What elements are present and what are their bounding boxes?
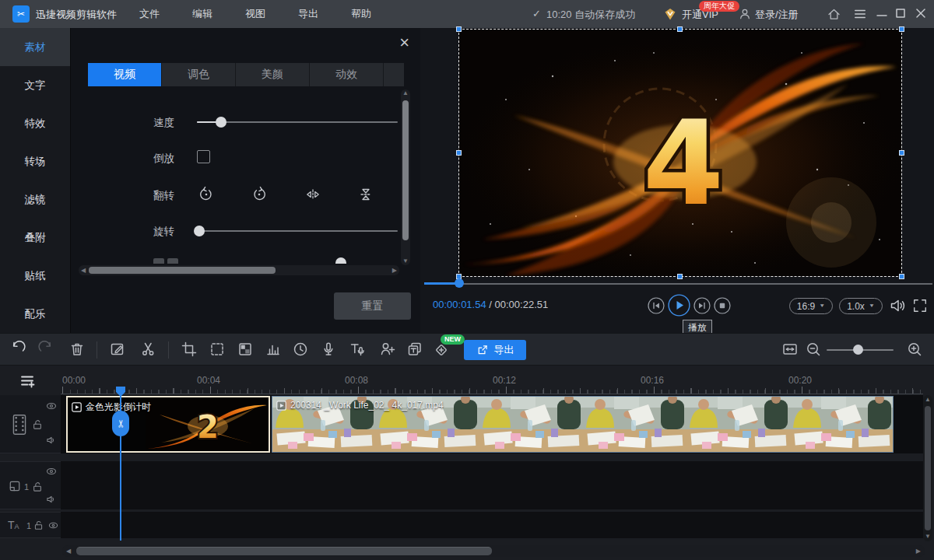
aspect-ratio-select[interactable]: 16:9 ▼	[789, 298, 833, 314]
beat-detect-icon[interactable]	[265, 341, 282, 358]
speed-slider-handle[interactable]	[216, 117, 226, 128]
scroll-left-icon[interactable]: ◀	[81, 268, 86, 274]
tab-motion[interactable]: 动效	[310, 63, 384, 86]
selection-handle-nw[interactable]	[456, 26, 462, 32]
crop-icon[interactable]	[181, 341, 198, 358]
scroll-left-icon[interactable]: ◀	[66, 548, 71, 555]
playhead-split-button[interactable]: ✂	[112, 411, 129, 436]
menu-help[interactable]: 帮助	[335, 7, 388, 21]
eye-icon[interactable]	[45, 400, 58, 412]
redo-icon[interactable]	[37, 341, 54, 358]
selection-handle-n[interactable]	[677, 26, 683, 32]
tab-color[interactable]: 调色	[162, 63, 236, 86]
rotate-slider[interactable]	[197, 230, 398, 232]
playback-speed-select[interactable]: 1.0x ▼	[839, 298, 883, 314]
lock-icon[interactable]	[31, 481, 44, 493]
scroll-right-icon[interactable]: ▶	[392, 268, 397, 274]
rotate-ccw-button[interactable]	[198, 186, 215, 203]
timeline-horizontal-scrollbar[interactable]: ◀ ▶	[62, 545, 925, 557]
lock-icon[interactable]	[33, 520, 44, 531]
undo-icon[interactable]	[9, 341, 26, 358]
sidebar-item-transitions[interactable]: 转场	[0, 142, 70, 180]
main-menu-icon[interactable]	[853, 8, 867, 20]
text-to-speech-icon[interactable]	[349, 341, 366, 358]
sidebar-item-text[interactable]: 文字	[0, 66, 70, 104]
split-scissors-icon[interactable]	[140, 341, 157, 358]
record-voice-icon[interactable]	[320, 341, 337, 358]
zoom-in-icon[interactable]	[906, 341, 923, 358]
rotate-cw-button[interactable]	[251, 186, 268, 203]
delete-icon[interactable]	[68, 341, 86, 358]
reset-button[interactable]: 重置	[334, 292, 411, 320]
scroll-down-icon[interactable]: ▼	[402, 258, 409, 264]
menu-export[interactable]: 导出	[282, 7, 335, 21]
login-button[interactable]: 登录/注册	[755, 8, 799, 22]
rotate-slider-handle[interactable]	[194, 226, 205, 236]
menu-file[interactable]: 文件	[123, 7, 176, 21]
timeline-ruler[interactable]	[62, 387, 923, 394]
speed-slider[interactable]	[197, 121, 398, 123]
lock-icon[interactable]	[31, 418, 44, 431]
tab-video[interactable]: 视频	[88, 63, 162, 86]
minimize-button[interactable]	[876, 9, 887, 19]
selection-handle-e[interactable]	[899, 150, 904, 156]
mosaic-icon[interactable]	[237, 341, 254, 358]
voice-changer-icon[interactable]	[379, 341, 396, 358]
timeline-zoom-slider[interactable]	[827, 349, 894, 351]
timeline-vertical-scrollbar[interactable]: ▲ ▼	[923, 395, 932, 541]
sidebar-item-music[interactable]: 配乐	[0, 295, 70, 333]
selection-handle-ne[interactable]	[899, 26, 904, 32]
panel-horizontal-scrollbar[interactable]: ◀ ▶	[79, 265, 399, 275]
zoom-out-icon[interactable]	[805, 341, 822, 358]
seekbar-handle[interactable]	[455, 278, 464, 288]
fit-timeline-icon[interactable]	[781, 341, 799, 358]
timeline-vertical-scroll-thumb[interactable]	[925, 406, 931, 530]
scroll-right-icon[interactable]: ▶	[916, 548, 921, 555]
clip-worklife[interactable]: 200314 _Work Life_02_ 4k_017.mp4	[272, 396, 894, 453]
flip-vertical-button[interactable]	[357, 186, 374, 203]
reverse-checkbox[interactable]	[197, 150, 210, 163]
freeze-frame-icon[interactable]	[209, 341, 226, 358]
scroll-up-icon[interactable]: ▲	[402, 90, 409, 96]
panel-close-icon[interactable]: ×	[399, 34, 409, 51]
tab-scale[interactable]: 缩放	[384, 63, 404, 86]
sidebar-item-filters[interactable]: 滤镜	[0, 180, 70, 219]
subtitle-icon[interactable]	[406, 341, 423, 358]
next-frame-button[interactable]	[693, 297, 711, 314]
track-volume-icon[interactable]	[45, 493, 58, 506]
track-volume-icon[interactable]	[45, 434, 58, 446]
edit-icon[interactable]	[109, 341, 126, 358]
clip-countdown[interactable]: 2 金色光影倒计时	[66, 396, 270, 453]
play-button[interactable]	[668, 294, 690, 317]
tab-beauty[interactable]: 美颜	[236, 63, 310, 86]
eye-icon[interactable]	[47, 520, 59, 531]
timeline-horizontal-scroll-thumb[interactable]	[76, 547, 492, 555]
video-canvas[interactable]: 4	[459, 30, 901, 276]
text-track-row[interactable]	[61, 512, 923, 538]
panel-vertical-scrollbar[interactable]: ▲ ▼	[401, 89, 410, 265]
maximize-button[interactable]	[895, 8, 906, 19]
volume-icon[interactable]	[889, 296, 908, 315]
sidebar-item-media[interactable]: 素材	[0, 28, 70, 66]
selection-handle-w[interactable]	[456, 150, 462, 156]
eye-icon[interactable]	[45, 465, 58, 478]
add-track-icon[interactable]	[20, 373, 36, 389]
prev-frame-button[interactable]	[648, 297, 665, 314]
menu-edit[interactable]: 编辑	[176, 7, 229, 21]
fullscreen-icon[interactable]	[912, 298, 928, 313]
flip-horizontal-button[interactable]	[304, 186, 321, 203]
pip-track-row[interactable]	[61, 461, 923, 509]
menu-view[interactable]: 视图	[229, 7, 282, 21]
playhead-marker[interactable]	[115, 386, 126, 397]
sidebar-item-overlays[interactable]: 叠附	[0, 219, 70, 257]
scroll-up-icon[interactable]: ▲	[925, 397, 931, 403]
timeline-zoom-handle[interactable]	[853, 345, 863, 355]
duration-clock-icon[interactable]	[292, 341, 309, 358]
stop-button[interactable]	[714, 297, 731, 314]
preview-seekbar[interactable]	[424, 278, 932, 288]
panel-horizontal-scroll-thumb[interactable]	[89, 267, 276, 274]
home-icon[interactable]	[827, 7, 841, 22]
scroll-down-icon[interactable]: ▼	[925, 534, 931, 540]
sidebar-item-effects[interactable]: 特效	[0, 104, 70, 142]
sidebar-item-stickers[interactable]: 贴纸	[0, 257, 70, 295]
